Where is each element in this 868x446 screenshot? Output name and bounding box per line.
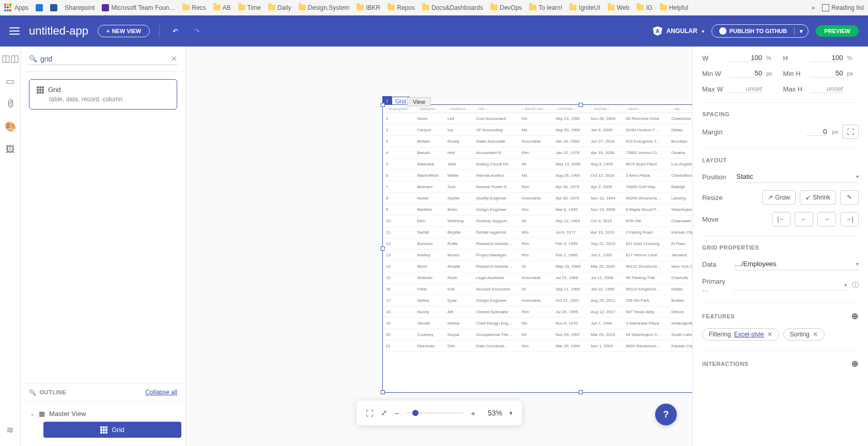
collapse-all-link[interactable]: Collapse all (145, 389, 177, 396)
help-button[interactable]: ? (655, 404, 677, 425)
table-row: 9BanfieldBrienDesign EngineerMrsMar 6, 1… (383, 204, 692, 216)
add-feature-icon[interactable]: ⊕ (851, 311, 859, 321)
component-search[interactable]: 🔍 ✕ (29, 53, 177, 65)
table-row: 19VernallMelisaChief Design Eng…MsNov 9,… (383, 318, 692, 329)
bookmark-item[interactable]: Docs&Dashboards (422, 4, 483, 11)
grid-preview: ↑ employeeID ↑↑ lastName ↑↑ firstName ↑↑… (383, 105, 692, 392)
table-row: 2CarlyonIsaVP AccountingMsSep 20, 1968Ja… (383, 125, 692, 136)
width-input[interactable] (729, 54, 762, 62)
bookmark-item[interactable]: Recs (182, 4, 206, 11)
zoom-in-icon[interactable]: + (471, 409, 475, 418)
bookmarks-overflow[interactable]: » (812, 4, 815, 11)
primary-key-dropdown[interactable]: ▾ (734, 280, 847, 290)
bookmark-item[interactable]: Design.System (299, 4, 350, 11)
view-tab[interactable]: View (407, 97, 431, 106)
move-left-button[interactable]: ← (795, 212, 813, 226)
table-row: 20CookneyNoysaOccupational The…MrNov 29,… (383, 329, 692, 341)
grow-button[interactable]: ↗ Grow (762, 190, 796, 205)
margin-input[interactable] (806, 128, 827, 136)
publish-to-github-button[interactable]: PUBLISH TO GITHUB (712, 25, 795, 37)
bookmark-item[interactable] (36, 4, 43, 11)
chevron-down-icon[interactable]: ⌄ (30, 410, 35, 417)
tree-master-view[interactable]: ⌄ ▦ Master View (25, 406, 181, 422)
components-icon[interactable]: ◫◫ (4, 52, 17, 65)
bookmark-item[interactable]: AB (213, 4, 231, 11)
bookmark-item[interactable]: IgniteUI (569, 4, 600, 11)
theme-icon[interactable]: 🎨 (4, 120, 17, 133)
grid-component[interactable]: ↑ employeeID ↑↑ lastName ↑↑ firstName ↑↑… (382, 104, 692, 393)
table-row: 18HundyAlfiClinical SpecialistRevJul 26,… (383, 306, 692, 318)
layout-section: LAYOUT (702, 148, 859, 163)
search-result-grid[interactable]: Grid table, data, record, column (29, 79, 177, 110)
preview-button[interactable]: PREVIEW (816, 25, 859, 37)
expand-icon[interactable]: ⤢ (381, 408, 388, 418)
design-canvas[interactable]: View ↑ Grid ↑ employeeID ↑↑ lastName ↑↑ … (186, 47, 692, 446)
table-row: 15WolinskiRobbLegal AssistantHonorableJu… (383, 272, 692, 284)
info-icon[interactable]: ⓘ (852, 281, 859, 290)
bookmark-item[interactable]: Sharepoint (65, 4, 95, 11)
bookmark-item[interactable]: Microsoft Team Foun… (102, 4, 175, 11)
data-source-dropdown[interactable]: …/Employees▾ (735, 258, 859, 270)
fit-icon[interactable]: ⛶ (366, 409, 374, 418)
new-view-button[interactable]: + NEW VIEW (98, 25, 150, 37)
grid-properties-section: GRID PROPERTIES (702, 236, 859, 251)
data-icon[interactable]: 🛢 (4, 97, 17, 111)
table-row: 11SarfatiBirgittaDental HygienistMrsJul … (383, 227, 692, 238)
layers-icon[interactable]: ≋ (4, 423, 17, 437)
bookmark-item[interactable]: Time (238, 4, 261, 11)
max-width-input[interactable]: unset (729, 85, 762, 93)
move-start-button[interactable]: |← (772, 212, 791, 226)
table-row: 6MacKettrickWallieInternal AuditorMsAug … (383, 170, 692, 181)
undo-icon[interactable]: ↶ (169, 25, 181, 37)
bookmark-item[interactable]: IG (637, 4, 653, 11)
assets-icon[interactable]: 🖼 (4, 143, 17, 156)
resize-settings-button[interactable]: ✎ (840, 190, 859, 205)
left-panel: 🔍 ✕ Grid table, data, record, column 🔍OU… (21, 47, 186, 446)
bookmark-item[interactable] (50, 4, 57, 11)
bookmark-item[interactable]: DevOps (490, 4, 522, 11)
app-header: untitled-app + NEW VIEW ↶ ↷ A ANGULAR ▾ … (0, 16, 868, 47)
view-icon: ▦ (39, 410, 45, 418)
filtering-chip[interactable]: Filtering Excel-style ✕ (702, 328, 779, 341)
position-dropdown[interactable]: Static▾ (736, 171, 859, 183)
height-input[interactable] (810, 54, 843, 62)
zoom-value: 53% (483, 409, 502, 417)
reading-list[interactable]: Reading list (822, 4, 864, 11)
table-row: 21DeedmanDebData Coordinat…MrsMar 20, 19… (383, 341, 692, 352)
bookmark-item[interactable]: Repos (388, 4, 415, 11)
shrink-button[interactable]: ↙ Shrink (800, 190, 836, 205)
zoom-dropdown-icon[interactable]: ▾ (509, 410, 513, 417)
properties-panel: W% H% Min Wpx Min Hpx Max Wunset Max Hun… (692, 47, 868, 446)
bookmark-item[interactable]: Helpful (660, 4, 688, 11)
bookmark-item[interactable]: Web (608, 4, 629, 11)
angular-icon: A (653, 26, 662, 36)
outline-search-icon[interactable]: 🔍 (29, 389, 37, 396)
views-icon[interactable]: ▭ (4, 74, 17, 88)
tree-grid[interactable]: Grid (43, 422, 181, 438)
bookmark-item[interactable]: Apps (4, 4, 28, 12)
sorting-chip[interactable]: Sorting ✕ (783, 328, 825, 341)
bookmark-item[interactable]: Daily (268, 4, 291, 11)
move-end-button[interactable]: →| (840, 212, 859, 226)
browser-bookmarks-bar: AppsSharepointMicrosoft Team Foun…RecsAB… (0, 0, 868, 16)
zoom-slider[interactable] (407, 412, 463, 413)
bookmark-item[interactable]: IBKR (357, 4, 380, 11)
add-interaction-icon[interactable]: ⊕ (851, 359, 859, 368)
outline-tree: ⌄ ▦ Master View Grid (21, 402, 185, 446)
clear-search-icon[interactable]: ✕ (171, 54, 177, 64)
zoom-out-icon[interactable]: − (395, 409, 399, 418)
remove-chip-icon[interactable]: ✕ (813, 331, 818, 338)
search-input[interactable] (40, 55, 167, 63)
framework-dropdown[interactable]: A ANGULAR ▾ (653, 26, 704, 36)
min-width-input[interactable] (729, 69, 762, 78)
remove-chip-icon[interactable]: ✕ (767, 331, 772, 338)
move-right-button[interactable]: → (817, 212, 836, 226)
max-height-input[interactable]: unset (810, 85, 843, 93)
margin-expand-icon[interactable]: ⛶ (842, 125, 859, 139)
publish-dropdown[interactable]: ▾ (795, 25, 808, 37)
min-height-input[interactable] (810, 69, 843, 78)
bookmark-item[interactable]: To learn! (529, 4, 562, 11)
redo-icon: ↷ (191, 25, 203, 37)
menu-icon[interactable] (9, 27, 20, 35)
table-row: 12BurdounRollieResearch Assista…RevFeb 9… (383, 238, 692, 250)
